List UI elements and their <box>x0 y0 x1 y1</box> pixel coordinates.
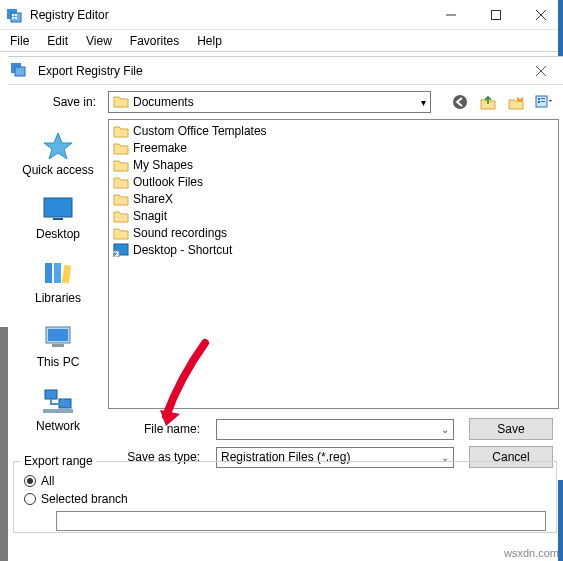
list-item[interactable]: Desktop - Shortcut <box>113 241 554 258</box>
place-label: This PC <box>37 355 80 369</box>
new-folder-button[interactable]: ✦ <box>507 93 525 111</box>
folder-icon <box>113 192 129 206</box>
file-name-label: File name: <box>8 422 208 436</box>
svg-rect-11 <box>15 67 25 76</box>
registry-file-icon <box>8 61 32 80</box>
documents-folder-icon <box>113 94 129 111</box>
titlebar: Registry Editor <box>0 0 563 30</box>
svg-rect-19 <box>538 101 540 103</box>
desktop-icon <box>41 195 75 223</box>
view-menu-button[interactable] <box>535 93 553 111</box>
libraries-icon <box>41 259 75 287</box>
menu-file[interactable]: File <box>2 32 37 50</box>
list-item[interactable]: Freemake <box>113 139 554 156</box>
back-button[interactable] <box>451 93 469 111</box>
svg-rect-20 <box>541 98 545 99</box>
folder-icon <box>113 141 129 155</box>
place-quick-access[interactable]: Quick access <box>8 127 108 187</box>
registry-editor-app-icon <box>6 7 22 23</box>
export-range-legend: Export range <box>21 454 96 468</box>
place-label: Quick access <box>22 163 93 177</box>
quick-access-icon <box>41 131 75 159</box>
svg-point-14 <box>453 95 467 109</box>
list-item[interactable]: Snagit <box>113 207 554 224</box>
svg-text:✦: ✦ <box>515 94 524 104</box>
svg-rect-33 <box>43 409 73 413</box>
save-in-label: Save in: <box>18 95 102 109</box>
svg-rect-31 <box>45 390 57 399</box>
dialog-toolbar: ✦ <box>451 93 553 111</box>
registry-editor-window: Registry Editor File Edit View Favorites… <box>0 0 563 561</box>
place-label: Libraries <box>35 291 81 305</box>
list-item[interactable]: Outlook Files <box>113 173 554 190</box>
radio-all-row[interactable]: All <box>14 472 556 490</box>
background-slab <box>0 327 8 561</box>
watermark: wsxdn.com <box>504 547 559 559</box>
save-in-dropdown[interactable]: Documents ▾ <box>108 91 431 113</box>
place-desktop[interactable]: Desktop <box>8 191 108 251</box>
save-button[interactable]: Save <box>469 418 553 440</box>
svg-rect-26 <box>54 263 61 283</box>
selected-branch-input[interactable] <box>56 511 546 531</box>
radio-all[interactable] <box>24 475 36 487</box>
save-in-value: Documents <box>133 95 194 109</box>
up-one-level-button[interactable] <box>479 93 497 111</box>
svg-rect-7 <box>491 10 500 19</box>
network-icon <box>41 387 75 415</box>
save-in-row: Save in: Documents ▾ ✦ <box>8 85 563 119</box>
close-button[interactable] <box>518 0 563 30</box>
svg-rect-18 <box>538 98 540 100</box>
place-label: Desktop <box>36 227 80 241</box>
maximize-button[interactable] <box>473 0 518 30</box>
menu-view[interactable]: View <box>78 32 120 50</box>
shortcut-icon <box>113 243 129 257</box>
this-pc-icon <box>41 323 75 351</box>
svg-rect-3 <box>15 14 17 16</box>
svg-rect-27 <box>62 265 71 284</box>
dialog-close-button[interactable] <box>519 57 563 85</box>
folder-icon <box>113 209 129 223</box>
place-this-pc[interactable]: This PC <box>8 319 108 379</box>
radio-all-label: All <box>41 474 54 488</box>
folder-icon <box>113 124 129 138</box>
list-item[interactable]: Sound recordings <box>113 224 554 241</box>
svg-marker-22 <box>44 133 72 159</box>
svg-rect-2 <box>12 14 14 16</box>
menu-bar: File Edit View Favorites Help <box>0 30 563 51</box>
dialog-titlebar: Export Registry File <box>8 57 563 85</box>
file-list[interactable]: Custom Office Templates Freemake My Shap… <box>108 119 559 409</box>
export-range-group: Export range All Selected branch <box>13 461 557 533</box>
radio-selected-row[interactable]: Selected branch <box>14 490 556 508</box>
folder-icon <box>113 226 129 240</box>
svg-rect-4 <box>12 17 14 19</box>
svg-rect-23 <box>44 198 72 217</box>
window-controls <box>428 0 563 30</box>
folder-icon <box>113 158 129 172</box>
export-dialog: Export Registry File Save in: Documents … <box>8 56 563 480</box>
chevron-down-icon: ⌄ <box>441 424 449 435</box>
svg-rect-24 <box>53 218 63 220</box>
minimize-button[interactable] <box>428 0 473 30</box>
menu-favorites[interactable]: Favorites <box>122 32 187 50</box>
radio-selected-branch[interactable] <box>24 493 36 505</box>
dialog-body: Quick access Desktop Libraries This PC N… <box>8 119 563 409</box>
svg-rect-5 <box>15 17 17 19</box>
chevron-down-icon: ▾ <box>421 97 426 108</box>
menu-divider <box>0 51 563 52</box>
svg-rect-21 <box>541 101 545 102</box>
svg-rect-25 <box>45 263 52 283</box>
list-item[interactable]: Custom Office Templates <box>113 122 554 139</box>
place-libraries[interactable]: Libraries <box>8 255 108 315</box>
list-item[interactable]: ShareX <box>113 190 554 207</box>
menu-edit[interactable]: Edit <box>39 32 76 50</box>
file-name-input[interactable]: ⌄ <box>216 419 454 440</box>
svg-rect-29 <box>48 329 68 341</box>
folder-icon <box>113 175 129 189</box>
dialog-title: Export Registry File <box>32 64 519 78</box>
window-title: Registry Editor <box>30 8 428 22</box>
places-bar: Quick access Desktop Libraries This PC N… <box>8 119 108 409</box>
menu-help[interactable]: Help <box>189 32 230 50</box>
svg-rect-30 <box>52 344 64 347</box>
radio-selected-label: Selected branch <box>41 492 128 506</box>
list-item[interactable]: My Shapes <box>113 156 554 173</box>
